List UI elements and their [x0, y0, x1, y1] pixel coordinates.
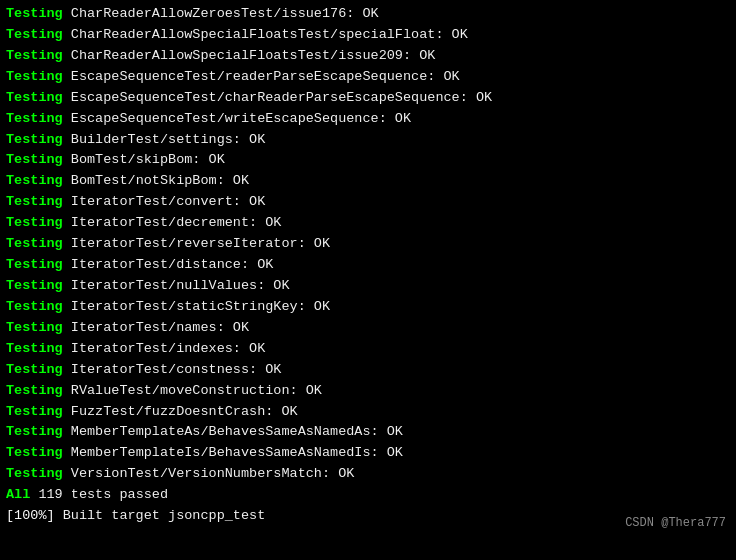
terminal-line: Testing EscapeSequenceTest/writeEscapeSe… [6, 109, 730, 130]
terminal-line: Testing CharReaderAllowSpecialFloatsTest… [6, 46, 730, 67]
line-rest: BomTest/skipBom: OK [63, 152, 225, 167]
terminal-line: Testing BomTest/notSkipBom: OK [6, 171, 730, 192]
terminal-line: Testing IteratorTest/names: OK [6, 318, 730, 339]
terminal: Testing CharReaderAllowZeroesTest/issue1… [0, 0, 736, 560]
terminal-line: Testing IteratorTest/staticStringKey: OK [6, 297, 730, 318]
line-prefix: Testing [6, 320, 63, 335]
line-rest: EscapeSequenceTest/writeEscapeSequence: … [63, 111, 411, 126]
line-prefix: Testing [6, 194, 63, 209]
line-rest: IteratorTest/decrement: OK [63, 215, 282, 230]
line-rest: CharReaderAllowSpecialFloatsTest/issue20… [63, 48, 436, 63]
line-prefix: Testing [6, 132, 63, 147]
line-prefix: Testing [6, 383, 63, 398]
line-prefix: Testing [6, 404, 63, 419]
line-prefix: Testing [6, 424, 63, 439]
terminal-line: Testing VersionTest/VersionNumbersMatch:… [6, 464, 730, 485]
line-rest: VersionTest/VersionNumbersMatch: OK [63, 466, 355, 481]
line-prefix: Testing [6, 236, 63, 251]
line-rest: IteratorTest/reverseIterator: OK [63, 236, 330, 251]
line-prefix: Testing [6, 111, 63, 126]
line-rest: BuilderTest/settings: OK [63, 132, 266, 147]
terminal-line: Testing FuzzTest/fuzzDoesntCrash: OK [6, 402, 730, 423]
line-rest: CharReaderAllowSpecialFloatsTest/special… [63, 27, 468, 42]
line-prefix: Testing [6, 27, 63, 42]
line-rest: IteratorTest/staticStringKey: OK [63, 299, 330, 314]
line-prefix: [100%] [6, 508, 55, 523]
terminal-line: Testing IteratorTest/decrement: OK [6, 213, 730, 234]
terminal-line: Testing MemberTemplateIs/BehavesSameAsNa… [6, 443, 730, 464]
line-rest: MemberTemplateIs/BehavesSameAsNamedIs: O… [63, 445, 403, 460]
line-prefix: All [6, 487, 30, 502]
line-rest: EscapeSequenceTest/charReaderParseEscape… [63, 90, 492, 105]
terminal-line: Testing CharReaderAllowZeroesTest/issue1… [6, 4, 730, 25]
line-prefix: Testing [6, 173, 63, 188]
line-rest: RValueTest/moveConstruction: OK [63, 383, 322, 398]
line-rest: IteratorTest/nullValues: OK [63, 278, 290, 293]
line-prefix: Testing [6, 445, 63, 460]
line-prefix: Testing [6, 48, 63, 63]
watermark: CSDN @Thera777 [625, 516, 726, 530]
terminal-line: Testing EscapeSequenceTest/charReaderPar… [6, 88, 730, 109]
line-prefix: Testing [6, 69, 63, 84]
line-prefix: Testing [6, 466, 63, 481]
terminal-line: Testing IteratorTest/convert: OK [6, 192, 730, 213]
line-rest: IteratorTest/distance: OK [63, 257, 274, 272]
line-rest: IteratorTest/names: OK [63, 320, 249, 335]
terminal-line: [100%] Built target jsoncpp_test [6, 506, 730, 527]
terminal-line: Testing IteratorTest/distance: OK [6, 255, 730, 276]
line-prefix: Testing [6, 257, 63, 272]
line-prefix: Testing [6, 299, 63, 314]
line-prefix: Testing [6, 215, 63, 230]
terminal-line: Testing IteratorTest/reverseIterator: OK [6, 234, 730, 255]
terminal-line: Testing RValueTest/moveConstruction: OK [6, 381, 730, 402]
line-prefix: Testing [6, 278, 63, 293]
line-rest: BomTest/notSkipBom: OK [63, 173, 249, 188]
line-prefix: Testing [6, 341, 63, 356]
line-prefix: Testing [6, 6, 63, 21]
terminal-line: Testing MemberTemplateAs/BehavesSameAsNa… [6, 422, 730, 443]
line-rest: EscapeSequenceTest/readerParseEscapeSequ… [63, 69, 460, 84]
line-rest: CharReaderAllowZeroesTest/issue176: OK [63, 6, 379, 21]
line-prefix: Testing [6, 90, 63, 105]
line-prefix: Testing [6, 152, 63, 167]
line-rest: FuzzTest/fuzzDoesntCrash: OK [63, 404, 298, 419]
terminal-line: Testing IteratorTest/indexes: OK [6, 339, 730, 360]
line-rest: 119 tests passed [30, 487, 168, 502]
terminal-line: Testing IteratorTest/nullValues: OK [6, 276, 730, 297]
terminal-line: Testing CharReaderAllowSpecialFloatsTest… [6, 25, 730, 46]
terminal-line: Testing EscapeSequenceTest/readerParseEs… [6, 67, 730, 88]
line-rest: IteratorTest/constness: OK [63, 362, 282, 377]
terminal-line: Testing BomTest/skipBom: OK [6, 150, 730, 171]
line-rest: IteratorTest/convert: OK [63, 194, 266, 209]
terminal-line: Testing IteratorTest/constness: OK [6, 360, 730, 381]
terminal-line: All 119 tests passed [6, 485, 730, 506]
line-rest: Built target jsoncpp_test [55, 508, 266, 523]
line-prefix: Testing [6, 362, 63, 377]
terminal-line: Testing BuilderTest/settings: OK [6, 130, 730, 151]
line-rest: IteratorTest/indexes: OK [63, 341, 266, 356]
line-rest: MemberTemplateAs/BehavesSameAsNamedAs: O… [63, 424, 403, 439]
